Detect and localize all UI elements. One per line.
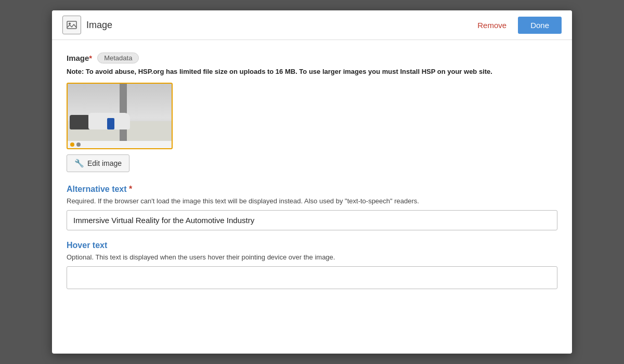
image-field-label: Image* [67,54,92,62]
remove-button[interactable]: Remove [472,18,512,33]
alt-text-required-star: * [129,185,132,193]
image-preview [68,84,172,141]
header-left: Image [62,16,112,34]
image-label-row: Image* Metadata [67,53,557,63]
alt-text-input[interactable] [67,210,557,230]
dark-car [70,115,90,129]
dot-2 [76,142,81,147]
edit-image-button[interactable]: 🔧 Edit image [67,154,129,172]
modal-header: Image Remove Done [52,10,572,40]
image-icon [62,16,81,34]
garage-scene [68,84,172,141]
hover-text-section: Hover text Optional. This text is displa… [67,241,557,300]
alt-text-section: Alternative text * Required. If the brow… [67,185,557,241]
hover-text-description: Optional. This text is displayed when th… [67,253,557,261]
metadata-button[interactable]: Metadata [97,53,139,63]
alt-text-title: Alternative text * [67,185,557,194]
edit-image-label: Edit image [87,159,122,167]
image-required-star: * [89,54,92,62]
modal-body: Image* Metadata Note: To avoid abuse, HS… [52,40,572,312]
svg-point-1 [69,23,71,25]
wrench-icon: 🔧 [74,159,84,168]
image-modal: Image Remove Done Image* Metadata Note: … [52,10,572,354]
hover-text-title: Hover text [67,241,557,250]
done-button[interactable]: Done [518,17,562,34]
barrel [107,118,114,129]
alt-text-description: Required. If the browser can't load the … [67,197,557,205]
hover-text-input[interactable] [67,266,557,289]
garage-pillar [120,84,127,141]
image-note: Note: To avoid abuse, HSP.org has limite… [67,68,557,75]
image-preview-container [67,83,173,149]
header-actions: Remove Done [472,17,562,34]
dot-1 [70,142,74,147]
modal-title: Image [86,20,112,31]
dots-row [68,141,172,148]
